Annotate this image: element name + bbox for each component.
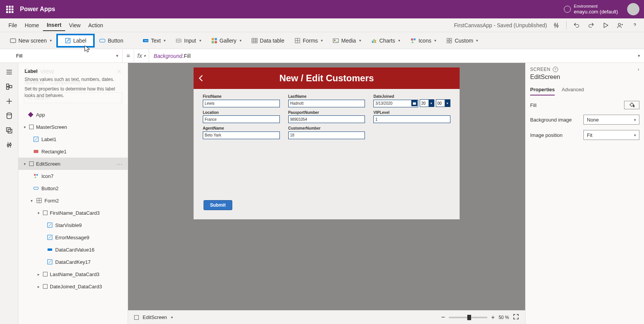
submit-button[interactable]: Submit <box>204 200 232 210</box>
tree-masterscreen[interactable]: ▾ MasterScreen <box>18 121 128 133</box>
waffle-icon[interactable] <box>5 4 17 15</box>
media-button[interactable]: Media▾ <box>329 36 365 45</box>
menu-action[interactable]: Action <box>84 20 107 31</box>
formula-input[interactable]: Background.Fill <box>149 53 634 59</box>
custom-button[interactable]: Custom▾ <box>442 36 482 45</box>
environment-picker[interactable]: Environment enayu.com (default) <box>564 4 618 15</box>
zoom-in-icon[interactable]: + <box>491 314 495 321</box>
svg-rect-1 <box>10 39 16 43</box>
svg-rect-23 <box>7 84 9 86</box>
tree-label1[interactable]: Label1 <box>18 133 128 145</box>
hamburger-icon[interactable] <box>5 68 13 76</box>
select-hour[interactable]: 20▾ <box>420 99 434 107</box>
svg-rect-22 <box>450 41 452 43</box>
info-icon[interactable]: ? <box>553 67 558 72</box>
footer-breadcrumb[interactable]: EditScreen <box>143 314 167 320</box>
tab-screens[interactable]: Screens <box>25 79 44 89</box>
svg-text:Abc: Abc <box>144 39 148 42</box>
search-input[interactable]: Search <box>24 92 122 103</box>
tab-properties[interactable]: Properties <box>530 87 555 95</box>
imgpos-select[interactable]: Fit▾ <box>583 130 639 140</box>
svg-rect-19 <box>447 38 449 40</box>
text-button[interactable]: Abc Text▾ <box>139 36 170 45</box>
expand-formula-icon[interactable]: ▾ <box>634 53 644 58</box>
left-rail <box>0 63 18 324</box>
field-firstname: FirstName <box>203 94 280 107</box>
tree-errormessage[interactable]: ErrorMessage9 <box>18 231 128 243</box>
close-icon[interactable]: ✕ <box>117 68 122 75</box>
media-icon[interactable] <box>5 127 13 134</box>
fx-label[interactable]: fx▾ <box>134 49 149 62</box>
chevron-down-icon[interactable]: ▾ <box>171 315 173 319</box>
tree-lastname-card[interactable]: ▸ LastName_DataCard3 <box>18 268 128 280</box>
label-button[interactable]: Label <box>58 35 93 46</box>
canvas-frame[interactable]: New / Edit Customers FirstName LastName … <box>194 67 460 219</box>
svg-rect-15 <box>373 39 375 43</box>
tree-datacardkey[interactable]: DataCardKey17 <box>18 256 128 268</box>
tab-components[interactable]: Components <box>50 79 80 89</box>
tree-icon7[interactable]: Icon7 <box>18 170 128 182</box>
menu-home[interactable]: Home <box>21 20 43 31</box>
rp-screen-name: EditScreen <box>530 74 639 81</box>
undo-icon[interactable] <box>572 21 581 30</box>
button-button[interactable]: Button <box>95 36 127 45</box>
redo-icon[interactable] <box>586 21 596 30</box>
fill-color-swatch[interactable] <box>624 101 639 109</box>
charts-button[interactable]: Charts▾ <box>367 36 404 45</box>
svg-rect-8 <box>212 41 214 43</box>
field-vip: VIPLevel <box>373 110 450 123</box>
input-button[interactable]: Input▾ <box>172 36 205 45</box>
menu-insert[interactable]: Insert <box>43 20 65 31</box>
add-icon[interactable] <box>5 97 13 105</box>
env-value: enayu.com (default) <box>574 9 618 15</box>
canvas-footer: EditScreen ▾ − + 50 % <box>128 310 525 324</box>
input-passport[interactable] <box>288 115 365 123</box>
input-firstname[interactable] <box>203 100 280 107</box>
fit-screen-icon[interactable] <box>513 314 519 321</box>
svg-rect-27 <box>7 128 10 132</box>
back-arrow-icon[interactable] <box>194 74 209 82</box>
tree-button2[interactable]: Button2 <box>18 182 128 194</box>
field-lastname: LastName <box>288 94 365 107</box>
input-vip[interactable] <box>373 115 450 123</box>
icons-item-icon <box>33 173 39 179</box>
tree-rectangle1[interactable]: Rectangle1 <box>18 145 128 158</box>
zoom-slider[interactable] <box>449 317 487 318</box>
data-table-button[interactable]: Data table <box>248 36 288 45</box>
tree-firstname-card[interactable]: ▾ FirstName_DataCard3 <box>18 207 128 219</box>
input-location[interactable] <box>203 115 280 123</box>
tree-app[interactable]: App <box>18 109 128 121</box>
new-screen-button[interactable]: New screen▾ <box>6 36 56 45</box>
calendar-icon[interactable] <box>411 100 417 106</box>
help-icon[interactable] <box>630 21 639 30</box>
input-custnum[interactable] <box>288 132 365 139</box>
tree-view-icon[interactable] <box>5 83 13 90</box>
play-icon[interactable] <box>601 21 610 30</box>
tree-editscreen[interactable]: ▾ EditScreen ··· <box>18 158 128 170</box>
tree-datacardvalue[interactable]: DataCardValue16 <box>18 243 128 256</box>
tab-advanced[interactable]: Advanced <box>562 87 584 95</box>
bgimage-select[interactable]: None▾ <box>583 115 639 125</box>
select-minute[interactable]: 00▾ <box>436 99 450 107</box>
tools-icon[interactable] <box>5 141 13 149</box>
data-icon[interactable] <box>5 112 13 120</box>
more-icon[interactable]: ··· <box>117 161 123 167</box>
menu-file[interactable]: File <box>5 20 21 31</box>
chevron-right-icon[interactable]: › <box>638 67 640 72</box>
share-icon[interactable] <box>616 21 625 30</box>
insert-ribbon: New screen▾ Label Button Abc Text▾ Input… <box>0 32 644 49</box>
tree-form2[interactable]: ▾ Form2 <box>18 194 128 207</box>
user-avatar[interactable] <box>627 3 639 15</box>
rectangle-icon <box>33 148 39 155</box>
tree-starvisible[interactable]: StarVisible9 <box>18 219 128 231</box>
menu-view[interactable]: View <box>65 20 84 31</box>
app-checker-icon[interactable] <box>552 21 561 30</box>
gallery-button[interactable]: Gallery▾ <box>207 36 245 45</box>
input-agent[interactable] <box>203 132 280 139</box>
forms-button[interactable]: Forms▾ <box>291 36 327 45</box>
input-lastname[interactable] <box>288 100 365 107</box>
icons-button[interactable]: Icons▾ <box>406 36 440 45</box>
property-selector[interactable]: Fill ▾ <box>12 49 123 62</box>
zoom-out-icon[interactable]: − <box>441 313 445 321</box>
tree-datejoined-card[interactable]: ▸ DateJoined_DataCard3 <box>18 280 128 293</box>
